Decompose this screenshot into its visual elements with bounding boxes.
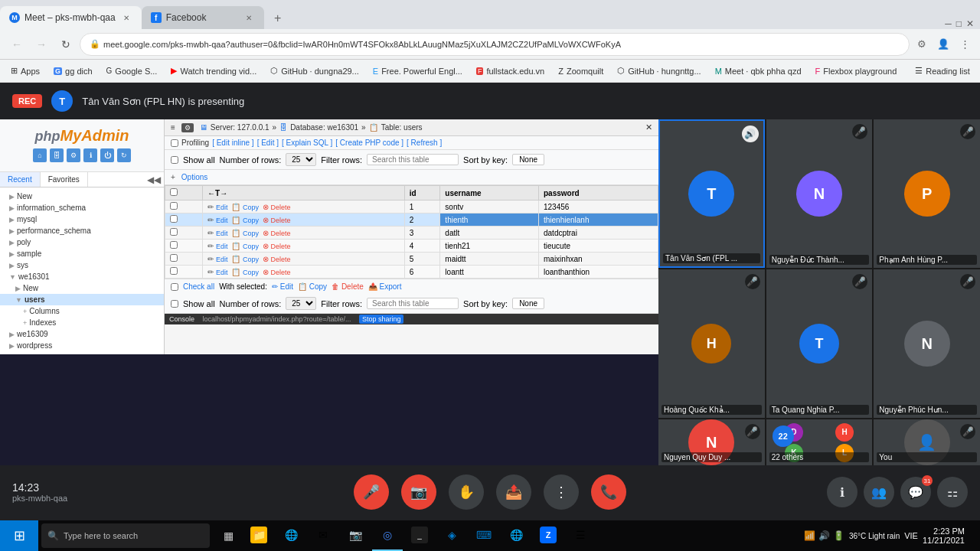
info-button[interactable]: ℹ [827,477,858,507]
pma-tree-sample[interactable]: ▶ sample [0,248,164,259]
bottom-delete-btn[interactable]: 🗑 Delete [332,282,364,291]
row-edit-2[interactable]: Edit [216,217,228,224]
search-input-2[interactable] [367,298,459,309]
tab-facebook[interactable]: f Facebook ✕ [142,6,264,29]
address-box[interactable]: 🔒 meet.google.com/pks-mwbh-qaa?authuser=… [80,33,910,56]
row-delete-2[interactable]: Delete [271,217,291,224]
taskbar-app-photo[interactable]: 📷 [340,520,371,551]
taskbar-app-edge[interactable]: 🌐 [276,520,306,551]
task-view-button[interactable]: ▦ [213,520,243,551]
pma-tab-favorites[interactable]: Favorites [41,172,88,187]
video-tile-you[interactable]: 👤 🎤 You [874,419,980,465]
bookmark-reading-list[interactable]: ☰ Reading list [910,64,974,77]
chat-button[interactable]: 💬 31 [900,477,931,507]
row-select-3[interactable] [170,228,178,236]
row-delete-3[interactable]: Delete [271,230,291,237]
row-delete-1[interactable]: Delete [271,204,291,211]
bookmark-flexbox[interactable]: F Flexbox playground [811,65,902,77]
video-tile-nguyen-phuc[interactable]: N 🎤 Nguyễn Phúc Hưn... [874,269,980,418]
pma-tree-wordpress[interactable]: ▶ wordpress [0,340,164,351]
profile-button[interactable]: 👤 [934,35,952,54]
tab-close-facebook[interactable]: ✕ [243,11,255,24]
activities-button[interactable]: ⚏ [937,477,968,507]
rows-select-2[interactable]: 25 [286,297,316,310]
sort-button-2[interactable]: None [512,298,544,309]
pma-tree-performance-schema[interactable]: ▶ performance_schema [0,225,164,236]
taskbar-app-vscode2[interactable]: ⌨ [469,520,499,551]
video-tile-tan[interactable]: T 🔊 Tân Văn Sơn (FPL ... [658,119,765,268]
pma-nav-exit[interactable]: ⏻ [100,148,114,162]
stop-sharing-btn[interactable]: Stop sharing [359,315,404,324]
col-header-password[interactable]: password [538,186,658,201]
close-button[interactable]: ✕ [966,18,974,29]
pma-tree-we16301[interactable]: ▼ we16301 [0,271,164,282]
reload-button[interactable]: ↻ [55,34,77,55]
row-select-1[interactable] [170,202,178,210]
row-delete-4[interactable]: Delete [271,243,291,250]
pma-tree-mysql[interactable]: ▶ mysql [0,214,164,225]
row-edit-5[interactable]: Edit [216,256,228,263]
end-call-button[interactable]: 📞 [591,474,626,510]
new-tab-button[interactable]: + [267,8,289,29]
explain-sql-link[interactable]: [ Explain SQL ] [282,139,332,147]
pma-nav-settings[interactable]: ⚙ [67,148,80,162]
row-edit-6[interactable]: Edit [216,269,228,276]
pma-tree-we16309[interactable]: ▶ we16309 [0,328,164,340]
col-header-username[interactable]: username [440,186,539,201]
maximize-button[interactable]: □ [956,18,962,29]
menu-button[interactable]: ⋮ [956,35,974,54]
row-copy-6[interactable]: Copy [243,269,259,276]
pma-tab-recent[interactable]: Recent [0,172,41,187]
row-select-2[interactable] [170,215,178,223]
breadcrumb-settings-icon[interactable]: ⚙ [181,123,194,132]
row-edit-4[interactable]: Edit [216,243,228,250]
minimize-button[interactable]: ─ [945,18,952,29]
row-delete-5[interactable]: Delete [271,256,291,263]
show-all-checkbox-1[interactable] [171,156,178,164]
bookmark-zoomquilt[interactable]: Z Zoomquilt [554,65,608,77]
pma-tree-columns[interactable]: + Columns [0,305,164,317]
pma-tree-we16301-new[interactable]: ▶ New [0,282,164,294]
pma-nav-home[interactable]: ⌂ [33,148,47,162]
show-all-checkbox-2[interactable] [171,300,178,308]
taskbar-app-terminal[interactable]: _ [404,520,435,551]
video-tile-pham[interactable]: P 🎤 Phạm Anh Hùng P... [874,119,980,268]
breadcrumb-collapse-icon[interactable]: ≡ [171,123,175,132]
col-header-id[interactable]: id [404,186,440,201]
pma-nav-info[interactable]: ℹ [83,148,97,162]
rows-select-1[interactable]: 25 [286,153,316,166]
pma-tree-users[interactable]: ▼ users [0,294,164,305]
sort-button-1[interactable]: None [512,154,544,165]
taskbar-app-vscode[interactable]: ◈ [436,520,467,551]
profiling-checkbox[interactable] [171,139,178,147]
video-tile-nguyen-quy[interactable]: N 🎤 Nguyen Quy Duy ... [658,419,765,465]
taskbar-app-mail[interactable]: ✉ [308,520,338,551]
pma-tree-indexes[interactable]: + Indexes [0,317,164,328]
row-copy-5[interactable]: Copy [243,256,259,263]
back-button[interactable]: ← [6,34,28,55]
bookmark-ggdich[interactable]: G gg dich [49,65,97,77]
row-delete-6[interactable]: Delete [271,269,291,276]
taskbar-app-browser2[interactable]: 🌐 [501,520,531,551]
video-tile-hoang[interactable]: H 🎤 Hoàng Quốc Khả... [658,269,765,418]
bookmark-apps[interactable]: ⊞ Apps [6,64,44,77]
check-all-btn[interactable]: Check all [183,282,214,291]
present-button[interactable]: 📤 [496,474,531,510]
row-select-4[interactable] [170,241,178,249]
edit-link[interactable]: [ Edit ] [257,139,279,147]
pma-tree-poly[interactable]: ▶ poly [0,236,164,248]
bookmark-github1[interactable]: ⬡ GitHub · dungna29... [266,64,364,77]
console-label[interactable]: Console [169,315,194,323]
row-copy-2[interactable]: Copy [243,217,259,224]
bookmark-github2[interactable]: ⬡ GitHub · hungnttg... [612,64,705,77]
bottom-edit-btn[interactable]: ✏ Edit [272,282,293,291]
pma-tree-information-schema[interactable]: ▶ information_schema [0,202,164,214]
options-link[interactable]: Options [181,173,207,181]
more-button[interactable]: ⋮ [544,474,579,510]
bottom-copy-btn[interactable]: 📋 Copy [298,282,327,291]
bookmark-google[interactable]: G Google S... [102,65,162,77]
start-button[interactable]: ⊞ [0,520,38,551]
video-tile-nguyen-duc[interactable]: N 🎤 Nguyễn Đức Thành... [766,119,873,268]
taskbar-app-zalo[interactable]: Z [533,520,564,551]
refresh-link[interactable]: [ Refresh ] [407,139,442,147]
